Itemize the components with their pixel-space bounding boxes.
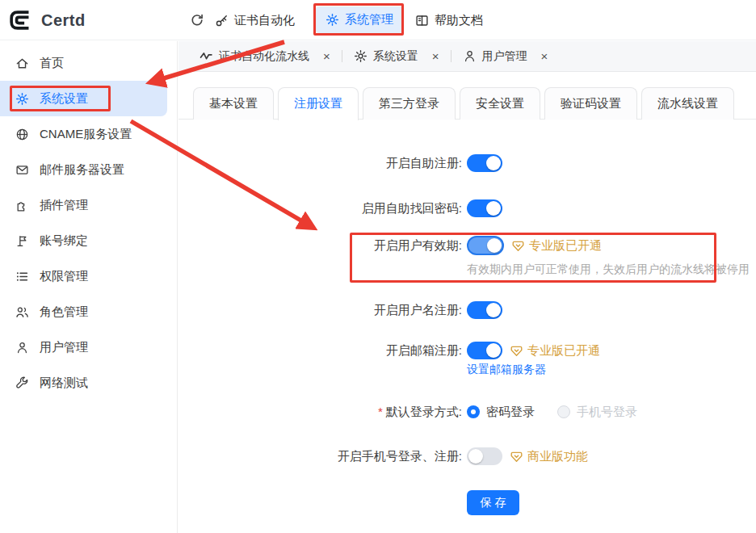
toggle-password-recovery[interactable]	[467, 199, 502, 217]
puzzle-icon	[15, 199, 29, 212]
field-label: 开启自助注册:	[178, 156, 462, 171]
tab-divider	[342, 50, 342, 62]
close-icon[interactable]: ×	[541, 50, 548, 62]
vip-badge-icon	[510, 344, 523, 358]
sidebar-item-mail-server[interactable]: 邮件服务器设置	[0, 152, 177, 187]
radio-phone-login[interactable]	[557, 405, 570, 418]
form-row-password-recovery: 启用自助找回密码:	[178, 199, 756, 218]
required-mark: *	[378, 405, 383, 418]
toggle-knob	[487, 238, 502, 253]
open-tab-label: 用户管理	[482, 49, 527, 64]
radio-label: 密码登录	[486, 405, 535, 420]
sidebar-item-system-settings[interactable]: 系统设置	[0, 81, 167, 116]
field-label: 开启手机号登录、注册:	[178, 449, 462, 464]
sidebar-item-label: CNAME服务设置	[40, 127, 132, 142]
commercial-badge: 商业版功能	[510, 449, 588, 464]
sidebar-item-network-test[interactable]: 网络测试	[0, 365, 177, 401]
open-tab-system-settings[interactable]: 系统设置 ×	[354, 49, 439, 64]
open-tab-label: 证书自动化流水线	[219, 49, 309, 64]
user-icon	[463, 49, 477, 63]
app-header: Certd 证书自动化 系统管理 帮助	[0, 0, 756, 40]
tab-divider	[451, 50, 452, 62]
sidebar-item-permission-management[interactable]: 权限管理	[0, 258, 177, 294]
sidebar-item-account-binding[interactable]: 账号绑定	[0, 223, 177, 258]
app-title: Certd	[41, 11, 86, 30]
sidebar-item-label: 插件管理	[40, 198, 88, 213]
field-label: 启用自助找回密码:	[178, 201, 462, 216]
gear-icon	[326, 13, 339, 27]
toggle-knob	[486, 201, 501, 216]
toggle-user-validity[interactable]	[467, 236, 504, 255]
field-label: 开启用户有效期:	[178, 238, 462, 254]
nav-label: 帮助文档	[435, 13, 483, 28]
form-row-self-register: 开启自助注册:	[178, 153, 756, 173]
refresh-icon	[190, 13, 204, 27]
users-icon	[15, 305, 29, 319]
toggle-self-register[interactable]	[467, 154, 502, 172]
toggle-knob	[486, 303, 501, 317]
open-tabs-strip: 证书自动化流水线 × 系统设置 × 用户管理 ×	[178, 41, 756, 72]
open-tab-cert-pipeline[interactable]: 证书自动化流水线 ×	[200, 49, 330, 64]
sidebar-item-label: 角色管理	[40, 304, 88, 320]
globe-icon	[15, 128, 29, 141]
open-tab-label: 系统设置	[373, 49, 418, 64]
vip-badge-icon	[511, 239, 525, 253]
sidebar-item-label: 首页	[40, 56, 64, 71]
toggle-phone-login-register[interactable]	[467, 447, 502, 465]
gear-icon	[354, 49, 368, 63]
tab-captcha-settings[interactable]: 验证码设置	[544, 87, 637, 120]
refresh-button[interactable]	[190, 10, 204, 30]
pro-badge-label: 专业版已开通	[529, 238, 602, 254]
close-icon[interactable]: ×	[432, 50, 439, 62]
sidebar-item-home[interactable]: 首页	[0, 45, 177, 81]
certd-logo-icon	[7, 8, 32, 32]
tab-register-settings[interactable]: 注册设置	[278, 87, 359, 120]
toggle-email-register[interactable]	[467, 342, 502, 359]
sidebar-item-label: 邮件服务器设置	[40, 162, 124, 178]
commercial-badge-label: 商业版功能	[527, 449, 588, 464]
nav-help-docs[interactable]: 帮助文档	[415, 10, 483, 30]
sidebar-item-user-management[interactable]: 用户管理	[0, 329, 177, 365]
vip-badge-icon	[510, 450, 523, 464]
sidebar-item-role-management[interactable]: 角色管理	[0, 294, 177, 329]
sidebar-item-label: 网络测试	[40, 376, 88, 391]
tab-basic-settings[interactable]: 基本设置	[193, 87, 274, 120]
nav-cert-automation[interactable]: 证书自动化	[215, 10, 295, 30]
sidebar-item-label: 权限管理	[40, 269, 88, 284]
app-logo[interactable]: Certd	[7, 8, 86, 32]
user-validity-help-text: 有效期内用户可正常使用，失效后用户的流水线将被停用	[467, 262, 750, 277]
open-tab-user-management[interactable]: 用户管理 ×	[463, 49, 548, 64]
key-icon	[215, 14, 229, 27]
book-icon	[415, 14, 429, 27]
list-icon	[15, 270, 29, 283]
nav-system-management[interactable]: 系统管理	[316, 6, 403, 33]
tab-third-party-login[interactable]: 第三方登录	[363, 87, 456, 120]
save-button[interactable]: 保 存	[467, 490, 519, 515]
pulse-icon	[200, 49, 213, 63]
sidebar-item-label: 用户管理	[40, 340, 88, 355]
toggle-knob	[486, 343, 501, 358]
tab-pipeline-settings[interactable]: 流水线设置	[641, 87, 734, 120]
nav-label: 系统管理	[345, 12, 393, 27]
field-label: *默认登录方式:	[178, 405, 462, 420]
user-icon	[15, 341, 29, 355]
toggle-username-register[interactable]	[467, 301, 502, 319]
home-icon	[15, 57, 29, 70]
radio-phone-login-group[interactable]: 手机号登录	[557, 405, 637, 420]
wrench-icon	[15, 376, 29, 390]
form-row-username-register: 开启用户名注册:	[178, 300, 756, 320]
sidebar-item-cname-service[interactable]: CNAME服务设置	[0, 116, 177, 152]
form-row-phone-login-register: 开启手机号登录、注册: 商业版功能	[178, 447, 756, 466]
radio-label: 手机号登录	[577, 405, 637, 420]
sidebar-item-label: 系统设置	[40, 91, 88, 107]
nav-label: 证书自动化	[234, 13, 295, 28]
form-row-user-validity: 开启用户有效期: 专业版已开通	[178, 236, 756, 255]
setup-mail-server-link[interactable]: 设置邮箱服务器	[467, 363, 546, 377]
flag-icon	[15, 234, 29, 248]
radio-password-login[interactable]	[467, 405, 480, 418]
sidebar-item-plugin-management[interactable]: 插件管理	[0, 187, 177, 223]
form-row-email-register: 开启邮箱注册: 专业版已开通	[178, 341, 756, 360]
close-icon[interactable]: ×	[323, 50, 330, 62]
radio-password-login-group[interactable]: 密码登录	[467, 405, 535, 420]
tab-security-settings[interactable]: 安全设置	[460, 87, 540, 120]
